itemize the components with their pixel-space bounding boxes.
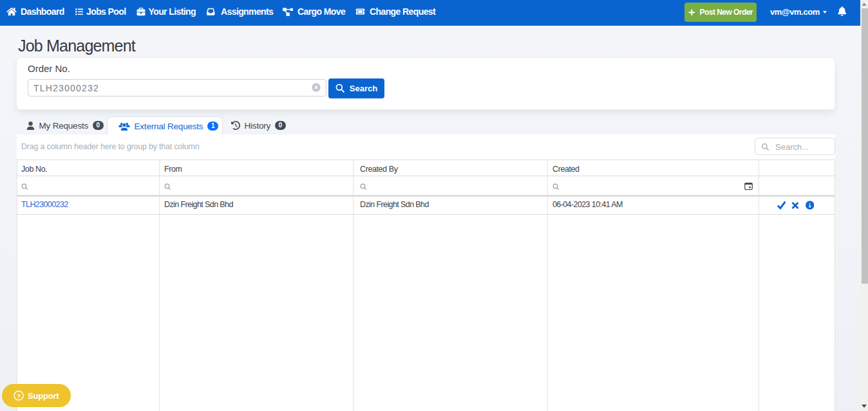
svg-text:?: ? <box>17 392 21 399</box>
